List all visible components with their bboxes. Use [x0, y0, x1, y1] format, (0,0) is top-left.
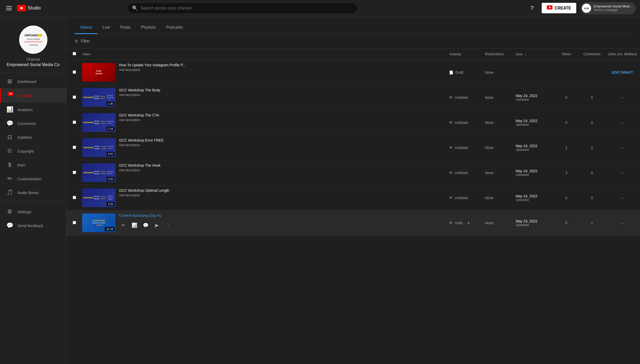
action-icons: ✏ 📊 💬 ▶ ⋮ [119, 221, 172, 229]
play-icon[interactable]: ▶ [153, 221, 161, 229]
channel-avatar: EMPOWERED Social Media Coaching [19, 26, 47, 54]
row-checkbox[interactable] [73, 95, 76, 99]
likes-cell: – [605, 85, 640, 110]
sidebar-item-content[interactable]: Content [0, 88, 66, 103]
sidebar-item-earn[interactable]: $ Earn [0, 158, 66, 172]
video-thumbnail: EMEWERE Social Media Content Creation an… [82, 113, 115, 132]
sidebar-nav: ⊞ Dashboard Content 📊 Analytics 💬 Commen… [0, 72, 66, 201]
likes-cell: – [605, 110, 640, 135]
row-checkbox[interactable] [73, 221, 76, 224]
more-options-icon[interactable]: ⋮ [164, 221, 172, 229]
date-main: May 24, 2022 [516, 119, 550, 123]
visibility-cell: 👁Unlisted [446, 160, 482, 185]
sidebar-item-label: Dashboard [17, 79, 36, 84]
customization-icon: ✏ [6, 175, 13, 182]
account-info: Empowered Social Medi... You're a manage… [594, 4, 632, 12]
comments-icon[interactable]: 💬 [142, 221, 150, 229]
video-thumb-wrap: STEPSEVEN How To Update Your Instagram P… [82, 63, 443, 82]
sort-arrow-icon: ↓ [525, 52, 527, 56]
sidebar-item-subtitles[interactable]: ⊡ Subtitles [0, 130, 66, 144]
sidebar-item-comments[interactable]: 💬 Comments [0, 116, 66, 130]
analytics-icon[interactable]: 📊 [130, 221, 138, 229]
row-checkbox[interactable] [73, 146, 76, 149]
video-info: GCC Workshop The CTA Add description [119, 113, 159, 122]
tab-podcasts[interactable]: Podcasts [161, 22, 188, 34]
video-thumbnail: EMEWERE Social Media Content Creation cr… [82, 163, 115, 182]
tabs: Videos Live Posts Playlists Podcasts [75, 22, 632, 34]
tab-playlists[interactable]: Playlists [136, 22, 161, 34]
row-checkbox-cell [67, 85, 79, 110]
video-info: Content Bootcamp Day #1 ✏ 📊 💬 ▶ ⋮ [119, 213, 172, 229]
draft-icon: 📄 [449, 70, 453, 74]
tab-live[interactable]: Live [98, 22, 115, 34]
sidebar-item-customization[interactable]: ✏ Customization [0, 172, 66, 186]
restrictions-cell: None [482, 85, 513, 110]
help-button[interactable]: ? [526, 3, 538, 14]
search-icon: 🔍 [132, 5, 138, 11]
create-button[interactable]: CREATE [542, 3, 576, 13]
video-cell: EMEWERE Social Media Content Creation ef… [79, 85, 446, 110]
visibility-icon: 👁 [449, 221, 453, 225]
feedback-icon: 💬 [6, 222, 13, 229]
date-sub: Uploaded [516, 223, 550, 227]
account-button[interactable]: ESM Empowered Social Medi... You're a ma… [580, 2, 636, 14]
comments-icon: 💬 [6, 120, 13, 127]
video-thumbnail: EMEWERE Social Media Content Creation th… [82, 138, 115, 157]
visibility-column-header: Visibility [446, 48, 482, 60]
search-bar[interactable]: 🔍 [127, 3, 358, 14]
sidebar-bottom: ⚙ Settings 💬 Send feedback [0, 201, 66, 235]
thumb-duration: 2:16 [106, 127, 114, 131]
date-sub: Uploaded [516, 198, 550, 202]
comments-column-header: Comments [579, 48, 605, 60]
edit-icon[interactable]: ✏ [119, 221, 127, 229]
comments-cell [579, 60, 605, 85]
sidebar-item-copyright[interactable]: © Copyright [0, 144, 66, 158]
video-description: Add description [119, 68, 186, 72]
visibility-cell: 👁Unlisted [446, 135, 482, 160]
analytics-icon: 📊 [6, 106, 13, 113]
date-cell: May 24, 2022 Uploaded [513, 185, 553, 210]
table-row: EMEWERE Social Media Content Creation cr… [67, 160, 640, 185]
video-title: GCC Workshop Error FREE [119, 138, 164, 142]
main-content: Videos Live Posts Playlists Podcasts ≡ F… [67, 16, 640, 364]
thumb-duration: 1:36 [106, 102, 114, 106]
svg-point-10 [38, 34, 41, 37]
row-checkbox[interactable] [73, 196, 76, 199]
hamburger-button[interactable] [4, 4, 14, 12]
video-description: Add description [119, 118, 159, 122]
visibility-icon: 👁 [449, 146, 453, 150]
svg-text:Coaching: Coaching [29, 44, 38, 46]
date-sub: Uploaded [516, 173, 550, 177]
sidebar-item-analytics[interactable]: 📊 Analytics [0, 103, 66, 116]
row-checkbox[interactable] [73, 70, 76, 74]
search-input[interactable] [141, 6, 353, 10]
visibility-dropdown-icon[interactable]: ▾ [468, 221, 470, 225]
tab-posts[interactable]: Posts [115, 22, 136, 34]
likes-cell: EDIT DRAFT [605, 60, 640, 85]
tab-videos[interactable]: Videos [75, 22, 98, 34]
date-sub: Uploaded [516, 123, 550, 126]
visibility-icon: 👁 [449, 121, 453, 125]
video-info: GCC Workshop The Hook Add description [119, 163, 161, 172]
date-cell: May 24, 2022 Uploaded [513, 210, 553, 235]
date-sub: Uploaded [516, 98, 550, 101]
sidebar-item-audio-library[interactable]: 🎵 Audio library [0, 186, 66, 199]
date-main: May 24, 2022 [516, 144, 550, 148]
date-cell: May 24, 2022 Uploaded [513, 85, 553, 110]
sidebar-item-send-feedback[interactable]: 💬 Send feedback [0, 219, 66, 232]
sidebar-item-dashboard[interactable]: ⊞ Dashboard [0, 74, 66, 88]
row-checkbox[interactable] [73, 171, 76, 174]
sidebar-item-settings[interactable]: ⚙ Settings [0, 205, 66, 219]
views-cell: 2 [553, 135, 579, 160]
create-label: CREATE [554, 6, 571, 10]
date-column-header[interactable]: Date ↓ [513, 48, 553, 60]
video-title: GCC Workshop Optimal Length [119, 188, 169, 192]
row-checkbox[interactable] [73, 121, 76, 124]
views-cell [553, 60, 579, 85]
select-all-checkbox[interactable] [73, 52, 76, 55]
thumb-duration: 3:20 [106, 202, 114, 206]
sidebar-item-label: Customization [17, 177, 42, 181]
visibility-wrap: 📄 Draft [449, 70, 479, 74]
video-title[interactable]: Content Bootcamp Day #1 [119, 213, 172, 218]
edit-draft-button[interactable]: EDIT DRAFT [612, 70, 633, 74]
